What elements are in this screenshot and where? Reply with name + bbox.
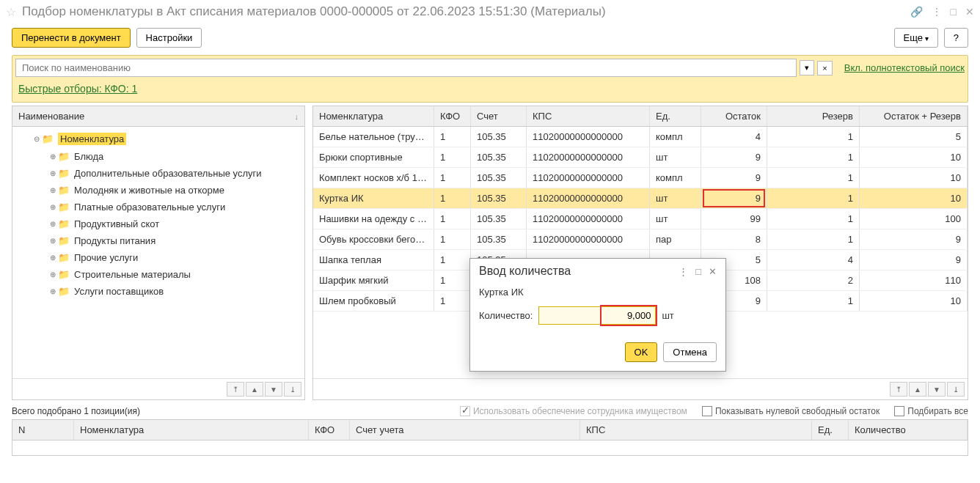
- th-n[interactable]: N: [12, 420, 74, 440]
- table-row[interactable]: Брюки спортивные1105.3511020000000000000…: [313, 147, 968, 168]
- tree-item[interactable]: ⊕📁Услуги поставщиков: [12, 283, 304, 300]
- select-all-check[interactable]: Подбирать все: [894, 406, 968, 416]
- table-row[interactable]: Обувь кроссовки бего…1105.35110200000000…: [313, 229, 968, 250]
- table-row[interactable]: Белье нательное (тру…1105.35110200000000…: [313, 127, 968, 147]
- transfer-button[interactable]: Перенести в документ: [12, 28, 131, 48]
- table-row[interactable]: Комплект носков х/б 1…1105.3511020000000…: [313, 168, 968, 188]
- cell-unit: компл: [650, 127, 701, 147]
- nav-top-button[interactable]: ⤒: [890, 382, 907, 397]
- expand-icon[interactable]: ⊕: [48, 287, 58, 295]
- cell-total: 5: [860, 127, 968, 147]
- cell-kps: 11020000000000000: [527, 229, 650, 249]
- expand-icon[interactable]: ⊕: [48, 254, 58, 262]
- th-unit[interactable]: Ед.: [650, 106, 701, 126]
- expand-icon[interactable]: ⊕: [48, 270, 58, 279]
- tree-item-label: Блюда: [74, 151, 103, 162]
- quantity-input[interactable]: [538, 306, 656, 325]
- search-input[interactable]: [15, 59, 797, 77]
- ok-button[interactable]: OK: [625, 342, 658, 362]
- th-account[interactable]: Счет учета: [350, 420, 580, 440]
- more-button[interactable]: Еще: [894, 28, 938, 48]
- expand-icon[interactable]: ⊕: [48, 203, 58, 211]
- th-quantity[interactable]: Количество: [849, 420, 968, 440]
- tree-header[interactable]: Наименование ↓: [12, 106, 304, 127]
- link-icon[interactable]: 🔗: [910, 6, 923, 18]
- cell-acct: 105.35: [471, 147, 527, 167]
- status-row: Всего подобрано 1 позиции(ия) Использова…: [12, 406, 968, 416]
- dialog-kebab-icon[interactable]: ⋮: [679, 266, 688, 277]
- checkbox-icon: [460, 406, 470, 416]
- fulltext-search-link[interactable]: Вкл. полнотекстовый поиск: [844, 62, 965, 73]
- cell-nom: Нашивки на одежду с …: [313, 209, 434, 229]
- expand-icon[interactable]: ⊕: [48, 152, 58, 161]
- quick-filters-link[interactable]: Быстрые отборы: КФО: 1: [18, 83, 137, 95]
- table-row[interactable]: Куртка ИК1105.3511020000000000000шт9110: [313, 188, 968, 209]
- maximize-icon[interactable]: □: [951, 6, 957, 18]
- cell-unit: шт: [650, 147, 701, 167]
- th-reserve[interactable]: Резерв: [767, 106, 860, 126]
- tree-item[interactable]: ⊕📁Строительные материалы: [12, 266, 304, 283]
- settings-button[interactable]: Настройки: [136, 28, 202, 48]
- expand-icon[interactable]: ⊕: [48, 220, 58, 228]
- tree-item-label: Молодняк и животные на откорме: [74, 185, 224, 196]
- tree-root[interactable]: ⊖ 📁 Номенклатура: [12, 130, 304, 148]
- th-balance[interactable]: Остаток: [701, 106, 767, 126]
- cancel-button[interactable]: Отмена: [663, 342, 717, 362]
- cell-unit: шт: [650, 209, 701, 229]
- th-nomenclature[interactable]: Номенклатура: [74, 420, 309, 440]
- cell-nom: Брюки спортивные: [313, 147, 434, 167]
- nav-up-button[interactable]: ▲: [909, 382, 926, 397]
- nav-down-button[interactable]: ▼: [265, 382, 282, 397]
- cell-res: 1: [767, 168, 860, 188]
- tree-item[interactable]: ⊕📁Дополнительные образовательные услуги: [12, 165, 304, 182]
- th-kps[interactable]: КПС: [527, 106, 650, 126]
- tree-body: ⊖ 📁 Номенклатура ⊕📁Блюда ⊕📁Дополнительны…: [12, 127, 304, 378]
- checkbox-icon[interactable]: [894, 406, 904, 416]
- dialog-maximize-icon[interactable]: □: [695, 266, 701, 277]
- nav-up-button[interactable]: ▲: [246, 382, 263, 397]
- tree-item[interactable]: ⊕📁Прочие услуги: [12, 249, 304, 266]
- folder-icon: 📁: [58, 269, 71, 280]
- close-icon[interactable]: ✕: [965, 6, 974, 18]
- tree-root-label: Номенклатура: [58, 133, 126, 145]
- expand-icon[interactable]: ⊕: [48, 169, 58, 177]
- nav-bottom-button[interactable]: ⤓: [284, 382, 301, 397]
- cell-kps: 11020000000000000: [527, 147, 650, 167]
- th-kps[interactable]: КПС: [580, 420, 812, 440]
- tree-item[interactable]: ⊕📁Молодняк и животные на откорме: [12, 182, 304, 199]
- nav-down-button[interactable]: ▼: [928, 382, 946, 397]
- cell-ost: 99: [701, 209, 767, 229]
- search-dropdown-button[interactable]: ▾: [800, 60, 814, 75]
- sort-icon: ↓: [295, 112, 299, 121]
- show-zero-check[interactable]: Показывать нулевой свободный остаток: [702, 406, 880, 416]
- tree-item[interactable]: ⊕📁Платные образовательные услуги: [12, 199, 304, 215]
- tree-item[interactable]: ⊕📁Продуктивный скот: [12, 215, 304, 232]
- th-kfo[interactable]: КФО: [434, 106, 471, 126]
- dialog-close-icon[interactable]: ✕: [709, 266, 717, 277]
- tree-item[interactable]: ⊕📁Блюда: [12, 148, 304, 165]
- nav-top-button[interactable]: ⤒: [227, 382, 244, 397]
- th-nomenclature[interactable]: Номенклатура: [313, 106, 434, 126]
- cell-unit: пар: [650, 229, 701, 249]
- kebab-icon[interactable]: ⋮: [932, 6, 942, 18]
- expand-icon[interactable]: ⊕: [48, 237, 58, 245]
- th-unit[interactable]: Ед.: [812, 420, 849, 440]
- help-button[interactable]: ?: [944, 28, 968, 48]
- use-provision-check: Использовать обеспечение сотрудника имущ…: [460, 406, 687, 416]
- cell-kfo: 1: [434, 168, 471, 188]
- checkbox-icon[interactable]: [702, 406, 712, 416]
- highlight-box: [703, 189, 765, 207]
- th-total[interactable]: Остаток + Резерв: [860, 106, 968, 126]
- table-row[interactable]: Нашивки на одежду с …1105.35110200000000…: [313, 209, 968, 229]
- favorite-star-icon[interactable]: ☆: [6, 5, 16, 19]
- th-kfo[interactable]: КФО: [309, 420, 350, 440]
- cell-res: 1: [767, 209, 860, 229]
- tree-item[interactable]: ⊕📁Продукты питания: [12, 232, 304, 249]
- nav-bottom-button[interactable]: ⤓: [947, 382, 965, 397]
- expand-icon[interactable]: ⊖: [32, 135, 42, 143]
- tree-panel: Наименование ↓ ⊖ 📁 Номенклатура ⊕📁Блюда …: [12, 106, 305, 400]
- search-clear-button[interactable]: ×: [817, 61, 832, 75]
- expand-icon[interactable]: ⊕: [48, 186, 58, 194]
- tree-item-label: Услуги поставщиков: [74, 286, 164, 297]
- th-account[interactable]: Счет: [471, 106, 527, 126]
